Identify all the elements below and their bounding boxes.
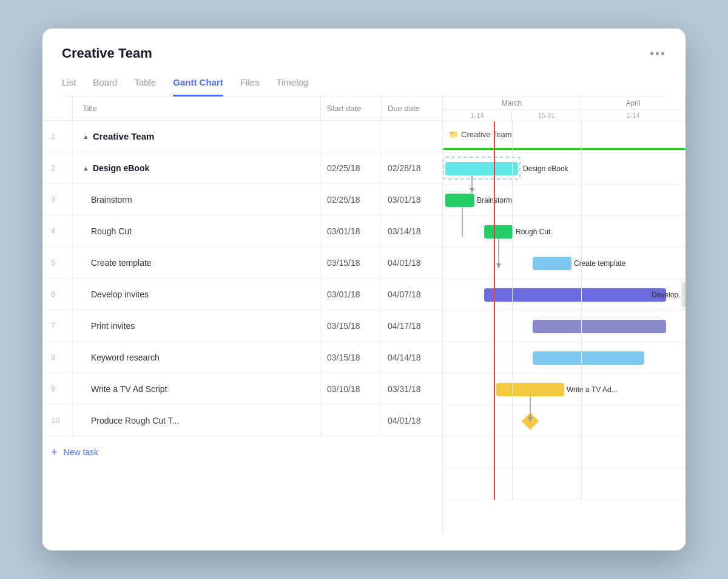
connector-3: [499, 238, 506, 274]
header: Creative Team ••• List Board Table Gantt…: [42, 29, 686, 96]
row-due: 03/01/18: [382, 184, 442, 215]
gantt-bar-tv-ad-script[interactable]: [496, 383, 564, 396]
main-content: Title Start date Due date 1 ▲ Creative T…: [42, 96, 686, 533]
row-due: 02/28/18: [382, 152, 442, 183]
row-start: 02/25/18: [321, 152, 382, 183]
row-start: 03/15/18: [321, 310, 382, 341]
app-title: Creative Team: [62, 46, 152, 61]
row-num: 8: [42, 342, 73, 373]
gantt-row-8: [443, 342, 686, 374]
table-section: Title Start date Due date 1 ▲ Creative T…: [42, 96, 443, 533]
nav-tabs: List Board Table Gantt Chart Files Timel…: [62, 72, 666, 96]
tab-table[interactable]: Table: [134, 72, 156, 96]
row-num: 2: [42, 152, 73, 183]
row-due: 04/14/18: [382, 342, 442, 373]
gantt-row-6: Develop...: [443, 279, 686, 311]
gantt-bar-label-tv-ad-script: Write a TV Ad...: [567, 385, 618, 394]
col-num: [42, 96, 73, 120]
row-due: 03/14/18: [382, 215, 442, 246]
gantt-bar-design-ebook[interactable]: [445, 162, 518, 175]
table-row[interactable]: 7 Print invites 03/15/18 04/17/18: [42, 310, 442, 342]
gantt-bar-print-invites[interactable]: [533, 320, 666, 333]
tab-list[interactable]: List: [62, 72, 76, 96]
col-start-date: Start date: [321, 96, 382, 120]
row-num: 4: [42, 215, 73, 246]
gantt-header: March April 1-14 15-31 1-14: [443, 96, 686, 121]
row-start: 02/25/18: [321, 184, 382, 215]
group-label: 📁 Creative Team: [449, 130, 512, 139]
gantt-bar-create-template[interactable]: [533, 257, 571, 270]
row-start: 03/01/18: [321, 279, 382, 310]
row-start: [321, 121, 382, 152]
connector-1: [472, 175, 479, 199]
table-row[interactable]: 3 Brainstorm 02/25/18 03/01/18: [42, 184, 442, 215]
row-title: Write a TV Ad Script: [73, 373, 321, 404]
gantt-row-9: Write a TV Ad...: [443, 374, 686, 405]
row-num: 9: [42, 373, 73, 404]
more-options-icon[interactable]: •••: [650, 47, 666, 61]
row-due: 04/01/18: [382, 405, 442, 436]
gantt-row-2: Design eBook: [443, 153, 686, 185]
table-row[interactable]: 9 Write a TV Ad Script 03/10/18 03/31/18: [42, 373, 442, 405]
gantt-bar-rough-cut[interactable]: [484, 225, 513, 239]
row-title: Keyword research: [73, 342, 321, 373]
gantt-body: 📁 Creative Team Design eBook: [443, 121, 686, 500]
tab-board[interactable]: Board: [93, 72, 117, 96]
gantt-week-april-1-14: 1-14: [581, 110, 686, 121]
gantt-row-10: [443, 405, 686, 437]
gantt-bar-keyword-research[interactable]: [533, 351, 644, 365]
gantt-scrollbar-handle[interactable]: [682, 283, 686, 307]
table-row[interactable]: 8 Keyword research 03/15/18 04/14/18: [42, 342, 442, 373]
tab-files[interactable]: Files: [240, 72, 260, 96]
table-row[interactable]: 4 Rough Cut 03/01/18 03/14/18: [42, 215, 442, 247]
row-num: 7: [42, 310, 73, 341]
row-num: 1: [42, 121, 73, 152]
row-title: Develop invites: [73, 279, 321, 310]
row-title: ▲ Design eBook: [73, 152, 321, 183]
gantt-row-1: 📁 Creative Team: [443, 121, 686, 153]
gantt-bar-develop-invites[interactable]: [484, 288, 666, 302]
gantt-bar-label-develop-invites: Develop...: [652, 291, 684, 299]
table-row[interactable]: 2 ▲ Design eBook 02/25/18 02/28/18: [42, 152, 442, 184]
gantt-bar-label-design-ebook: Design eBook: [523, 164, 568, 173]
row-title: Brainstorm: [73, 184, 321, 215]
row-due: [382, 121, 442, 152]
gantt-week-1-14: 1-14: [443, 110, 512, 121]
new-task-label: New task: [64, 447, 99, 457]
gantt-col-divider-1: [512, 121, 513, 500]
row-start: 03/10/18: [321, 373, 382, 404]
table-body: 1 ▲ Creative Team 2 ▲ Design eBook 02/: [42, 121, 442, 468]
folder-icon: 📁: [449, 130, 459, 139]
gantt-section: March April 1-14 15-31 1-14: [443, 96, 686, 533]
table-row[interactable]: 5 Create template 03/15/18 04/01/18: [42, 247, 442, 279]
gantt-bar-brainstorm[interactable]: [445, 194, 474, 207]
table-row[interactable]: 1 ▲ Creative Team: [42, 121, 442, 152]
gantt-week-15-31: 15-31: [512, 110, 581, 121]
row-title: Rough Cut: [73, 215, 321, 246]
col-title: Title: [73, 96, 321, 120]
today-line: [494, 121, 495, 500]
gantt-bar-label-rough-cut: Rough Cut: [516, 228, 550, 236]
col-due-date: Due date: [382, 96, 442, 120]
collapse-icon[interactable]: ▲: [83, 133, 89, 140]
tab-gantt-chart[interactable]: Gantt Chart: [173, 72, 223, 96]
table-header: Title Start date Due date: [42, 96, 442, 121]
row-start: 03/15/18: [321, 342, 382, 373]
row-start: 03/01/18: [321, 215, 382, 246]
row-start: [321, 405, 382, 436]
row-title: Create template: [73, 247, 321, 278]
table-row[interactable]: 6 Develop invites 03/01/18 04/07/18: [42, 279, 442, 310]
collapse-icon[interactable]: ▲: [83, 164, 89, 172]
tab-timelog[interactable]: Timelog: [276, 72, 308, 96]
row-title: ▲ Creative Team: [73, 121, 321, 152]
gantt-scrollbar[interactable]: [681, 279, 686, 310]
gantt-weeks: 1-14 15-31 1-14: [443, 110, 686, 121]
gantt-row-3: Brainstorm: [443, 185, 686, 216]
row-title: Print invites: [73, 310, 321, 341]
row-title: Produce Rough Cut T...: [73, 405, 321, 436]
row-num: 5: [42, 247, 73, 278]
group-bar: [443, 148, 686, 150]
table-row[interactable]: 10 Produce Rough Cut T... 04/01/18: [42, 405, 442, 436]
row-due: 04/07/18: [382, 279, 442, 310]
new-task-row[interactable]: + New task: [42, 436, 442, 468]
